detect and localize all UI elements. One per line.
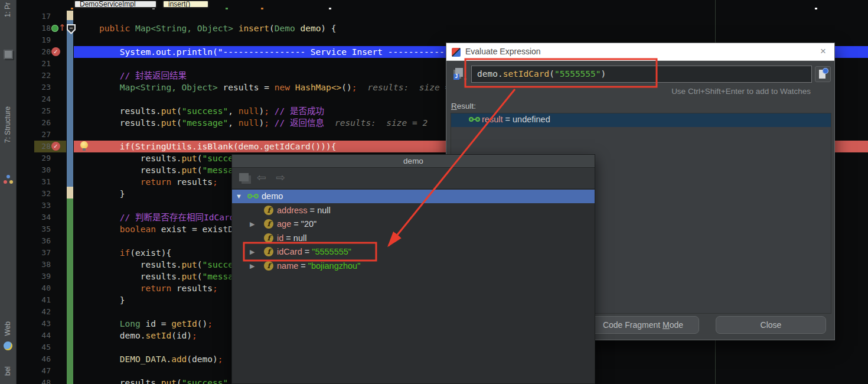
vcs-marker-top	[67, 11, 73, 20]
web-icon[interactable]	[4, 341, 12, 350]
variable-row-idCard[interactable]: ▶fidCard = "5555555"	[232, 245, 595, 259]
code-token: put	[182, 165, 197, 175]
code-line-26: results.put("message", null); // 返回信息res…	[79, 117, 428, 129]
close-icon[interactable]: ×	[820, 45, 826, 57]
breakpoint-icon-line-20[interactable]: ✓	[51, 47, 60, 56]
line-number-46: 46	[17, 353, 51, 365]
code-token	[79, 354, 120, 364]
code-token	[79, 213, 120, 222]
code-line-44: demo.setId(id);	[79, 330, 197, 341]
variable-value: "bojiangzhou"	[308, 261, 361, 271]
line-number-25: 25	[17, 105, 51, 117]
code-token: public	[99, 24, 130, 33]
history-clock-icon	[823, 68, 828, 74]
equals-sign: =	[298, 261, 308, 271]
variable-text: name = "bojiangzhou"	[277, 259, 360, 272]
variable-text: idCard = "5555555"	[277, 245, 351, 258]
back-arrow-icon[interactable]: ⇦	[257, 171, 266, 184]
debugger-inline-hint: results: size = 2	[335, 118, 428, 128]
line-number-26: 26	[17, 117, 51, 129]
code-token: (	[197, 260, 203, 269]
code-line-39: results.put("message	[79, 271, 243, 282]
expander-closed-icon[interactable]: ▶	[250, 259, 254, 272]
project-icon[interactable]	[4, 50, 13, 59]
expression-input[interactable]: demo.setIdCard("5555555")	[471, 66, 812, 83]
code-token: (	[197, 154, 203, 163]
breadcrumb-class-label: DemoServiceImpl	[75, 0, 156, 8]
line-number-41: 41	[17, 294, 51, 306]
code-token	[233, 24, 239, 33]
equals-sign: =	[283, 233, 293, 243]
watch-glasses-icon	[247, 194, 260, 200]
variable-row-demo[interactable]: ▼demo	[232, 190, 595, 203]
code-fragment-mode-button[interactable]: Code Fragment Mode	[587, 316, 699, 334]
expander-closed-icon[interactable]: ▶	[250, 217, 254, 230]
code-token: results.	[79, 106, 161, 116]
intention-bulb-icon[interactable]	[80, 141, 88, 149]
watch-glasses-icon	[469, 117, 482, 123]
code-token	[79, 83, 120, 92]
expression-token: demo.	[477, 69, 503, 79]
evaluate-icon	[452, 48, 461, 57]
line-number-36: 36	[17, 235, 51, 247]
tool-button-structure[interactable]: 7: Structure	[4, 106, 12, 143]
code-line-48: results.put("success", t	[79, 377, 243, 384]
forward-arrow-icon[interactable]: ⇨	[276, 171, 285, 184]
code-token: results.	[79, 165, 182, 175]
breadcrumb-method-chip[interactable]: insert()	[162, 0, 209, 8]
java-fragment-icon[interactable]: J▾	[453, 68, 465, 81]
line-number-43: 43	[17, 318, 51, 330]
expander-open-icon[interactable]: ▼	[236, 190, 242, 203]
clipped-glyph-tick-0	[71, 8, 73, 9]
code-token: ;	[207, 319, 213, 328]
code-token: ;	[213, 284, 218, 293]
code-token: ()	[197, 319, 207, 328]
dialog-title-bar[interactable]: Evaluate Expression ×	[446, 43, 834, 61]
variable-row-age[interactable]: ▶fage = "20"	[232, 217, 595, 231]
breadcrumb-class-chip[interactable]: DemoServiceImpl	[74, 0, 157, 8]
vcs-marker-modified	[67, 20, 73, 187]
vcs-marker-mid	[67, 187, 73, 198]
code-token: ,	[228, 118, 238, 128]
field-icon: f	[264, 233, 273, 243]
code-token	[269, 118, 275, 128]
method-bookmark-icon[interactable]	[51, 25, 58, 32]
variable-name: idCard	[277, 247, 302, 256]
close-button[interactable]: Close	[716, 316, 826, 334]
code-token	[79, 71, 120, 80]
code-token: // 判断是否存在相同IdCard	[120, 213, 235, 222]
code-token: put	[161, 378, 177, 384]
expression-history-button[interactable]	[815, 66, 831, 82]
code-token: (	[197, 272, 203, 281]
code-token: ;	[264, 118, 269, 128]
navigate-up-arrow-icon[interactable]: ↑	[58, 24, 66, 32]
code-token: DEMO_DATA	[120, 354, 167, 364]
variable-row-address[interactable]: faddress = null	[232, 204, 595, 217]
expression-token: (	[549, 69, 554, 79]
code-token: ,	[228, 106, 238, 116]
field-icon: f	[264, 261, 273, 271]
line-number-44: 44	[17, 330, 51, 341]
line-number-40: 40	[17, 282, 51, 294]
tool-button-partial[interactable]: bel	[4, 366, 12, 376]
line-number-29: 29	[17, 152, 51, 164]
tool-button-web[interactable]: Web	[4, 321, 12, 336]
variable-row-id[interactable]: fid = null	[232, 232, 595, 245]
structure-icon[interactable]	[4, 175, 13, 184]
code-token: demo.	[79, 331, 146, 340]
code-token: demo	[300, 24, 321, 33]
popup-title[interactable]: demo	[232, 155, 595, 168]
equals-sign: =	[302, 247, 312, 256]
copy-value-icon[interactable]	[239, 173, 249, 181]
code-line-31: return results;	[79, 176, 218, 188]
variable-row-name[interactable]: ▶fname = "bojiangzhou"	[232, 259, 595, 273]
expander-closed-icon[interactable]: ▶	[250, 245, 254, 258]
result-row[interactable]: result = undefined	[451, 113, 831, 127]
breakpoint-icon-line-28[interactable]: ✓	[51, 142, 60, 151]
code-token	[269, 106, 275, 116]
code-token: (exist){	[130, 248, 171, 258]
tool-button-project[interactable]: 1: Pr	[4, 2, 12, 17]
code-token: put	[161, 118, 177, 128]
code-line-43: Long id = getId();	[79, 318, 213, 330]
line-number-33: 33	[17, 200, 51, 211]
